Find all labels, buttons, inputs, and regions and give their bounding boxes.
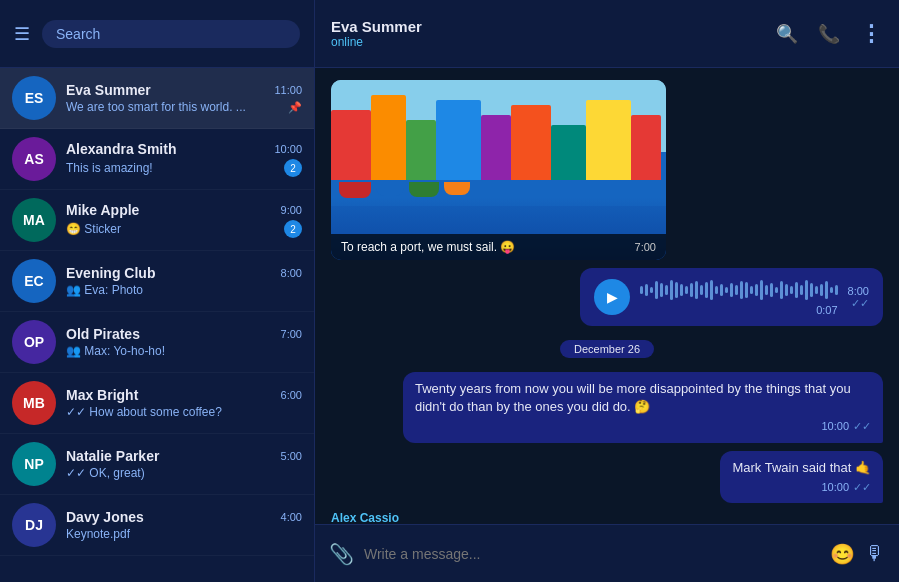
chat-area: Eva Summer online 🔍 📞 ⋮ [315,0,899,582]
waveform-bar [640,286,643,294]
contact-time: 10:00 [274,143,302,155]
waveform-bar [835,285,838,295]
contact-name-row: Mike Apple 9:00 [66,202,302,218]
contact-name-row: Natalie Parker 5:00 [66,448,302,464]
chat-photo [331,80,666,260]
avatar: AS [12,137,56,181]
chat-header-info: Eva Summer online [331,18,776,49]
date-badge: December 26 [560,340,654,358]
unread-badge: 2 [284,159,302,177]
waveform-bar [660,283,663,297]
contact-time: 11:00 [274,84,302,96]
search-input[interactable]: Search [42,20,300,48]
hamburger-icon[interactable]: ☰ [14,23,30,45]
avatar: DJ [12,503,56,547]
phone-icon[interactable]: 📞 [818,23,840,45]
contact-item[interactable]: AS Alexandra Smith 10:00 This is amazing… [0,129,314,190]
attach-icon[interactable]: 📎 [329,542,354,566]
contact-preview: 👥 Max: Yo-ho-ho! [66,344,165,358]
messages-container: To reach a port, we must sail. 😛 7:00 ▶ … [315,68,899,524]
avatar: ES [12,76,56,120]
contact-info: Alexandra Smith 10:00 This is amazing! 2 [66,141,302,177]
read-icon: ✓✓ [853,480,871,495]
contact-preview: ✓✓ How about some coffee? [66,405,222,419]
contact-time: 7:00 [281,328,302,340]
message-text: Mark Twain said that 🤙 [732,459,871,477]
contact-name-row: Davy Jones 4:00 [66,509,302,525]
contact-preview: 😁 Sticker [66,222,121,236]
contact-info: Evening Club 8:00 👥 Eva: Photo [66,265,302,297]
waveform-bar [720,284,723,296]
contact-name: Evening Club [66,265,155,281]
contact-time: 9:00 [281,204,302,216]
waveform-bar [670,280,673,300]
contact-time: 5:00 [281,450,302,462]
emoji-icon[interactable]: 😊 [830,542,855,566]
search-icon[interactable]: 🔍 [776,23,798,45]
waveform-bar [695,281,698,299]
contact-item[interactable]: OP Old Pirates 7:00 👥 Max: Yo-ho-ho! [0,312,314,373]
contact-item[interactable]: NP Natalie Parker 5:00 ✓✓ OK, great) [0,434,314,495]
chat-status: online [331,35,776,49]
waveform-bar [750,286,753,294]
contact-preview: ✓✓ OK, great) [66,466,145,480]
message-sender: Alex Cassio [331,511,571,524]
waveform-bar [800,285,803,295]
audio-duration: 0:07 [816,304,837,316]
waveform-bar [710,280,713,300]
play-icon: ▶ [607,289,618,305]
contact-time: 8:00 [281,267,302,279]
contact-item[interactable]: MA Mike Apple 9:00 😁 Sticker 2 [0,190,314,251]
more-options-icon[interactable]: ⋮ [860,21,883,47]
audio-time: 8:00 [848,285,869,297]
contact-name: Max Bright [66,387,138,403]
contact-item[interactable]: MB Max Bright 6:00 ✓✓ How about some cof… [0,373,314,434]
waveform-bar [815,286,818,294]
image-caption: To reach a port, we must sail. 😛 7:00 [331,234,666,260]
avatar: MA [12,198,56,242]
caption-text: To reach a port, we must sail. 😛 [341,240,515,254]
waveform-bar [775,287,778,293]
waveform-bar [820,284,823,296]
contact-preview-row: ✓✓ How about some coffee? [66,405,302,419]
waveform-bar [655,281,658,299]
contact-name: Old Pirates [66,326,140,342]
contact-info: Davy Jones 4:00 Keynote.pdf [66,509,302,541]
sidebar-header: ☰ Search [0,0,314,68]
waveform-bar [825,281,828,299]
unread-badge: 2 [284,220,302,238]
contact-preview-row: Keynote.pdf [66,527,302,541]
avatar: MB [12,381,56,425]
image-message: To reach a port, we must sail. 😛 7:00 [331,80,666,260]
chat-input-area: 📎 😊 🎙 [315,524,899,582]
contact-preview-row: 😁 Sticker 2 [66,220,302,238]
message-meta: 10:00 ✓✓ [732,480,871,495]
quoted-message-left: Alex Cassio Mark Twain said that 🤙 We ar… [331,511,571,524]
waveform-bar [690,283,693,297]
waveform-bar [665,285,668,295]
contact-name: Davy Jones [66,509,144,525]
waveform-bar [680,284,683,296]
mic-icon[interactable]: 🎙 [865,542,885,565]
contact-preview-row: We are too smart for this world. ... 📌 [66,100,302,114]
waveform-bar [725,287,728,293]
audio-play-button[interactable]: ▶ [594,279,630,315]
sidebar: ☰ Search ES Eva Summer 11:00 We are too … [0,0,315,582]
message-time: 10:00 [821,419,849,434]
contact-info: Mike Apple 9:00 😁 Sticker 2 [66,202,302,238]
contact-name-row: Max Bright 6:00 [66,387,302,403]
contact-info: Eva Summer 11:00 We are too smart for th… [66,82,302,114]
contact-item[interactable]: DJ Davy Jones 4:00 Keynote.pdf [0,495,314,556]
waveform-bar [765,285,768,295]
contact-item[interactable]: ES Eva Summer 11:00 We are too smart for… [0,68,314,129]
contact-name-row: Old Pirates 7:00 [66,326,302,342]
contact-time: 6:00 [281,389,302,401]
contact-name-row: Eva Summer 11:00 [66,82,302,98]
contact-name-row: Evening Club 8:00 [66,265,302,281]
waveform-bar [730,283,733,297]
contact-name-row: Alexandra Smith 10:00 [66,141,302,157]
message-input[interactable] [364,546,820,562]
contact-item[interactable]: EC Evening Club 8:00 👥 Eva: Photo [0,251,314,312]
contact-preview-row: ✓✓ OK, great) [66,466,302,480]
waveform-bar [770,283,773,297]
